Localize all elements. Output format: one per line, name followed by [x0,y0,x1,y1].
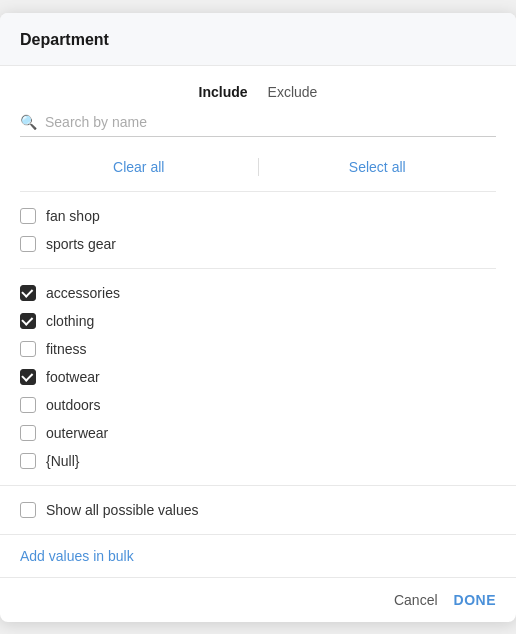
fan-shop-label: fan shop [46,208,100,224]
show-all-label: Show all possible values [46,502,199,518]
select-all-button[interactable]: Select all [259,153,497,181]
done-button[interactable]: DONE [454,592,496,608]
outdoors-checkbox[interactable] [20,397,36,413]
list-item: clothing [20,307,496,335]
list-item: {Null} [20,447,496,475]
sports-gear-label: sports gear [46,236,116,252]
accessories-checkbox[interactable] [20,285,36,301]
sports-gear-checkbox[interactable] [20,236,36,252]
show-all-checkbox[interactable] [20,502,36,518]
list-item: fan shop [20,202,496,230]
outerwear-checkbox[interactable] [20,425,36,441]
list-item: sports gear [20,230,496,258]
modal-footer: Cancel DONE [0,577,516,622]
fitness-checkbox[interactable] [20,341,36,357]
clothing-label: clothing [46,313,94,329]
include-toggle-button[interactable]: Include [195,82,252,102]
clear-all-button[interactable]: Clear all [20,153,258,181]
modal-title: Department [20,31,109,48]
search-box: 🔍 [20,114,496,137]
modal-header: Department [0,13,516,66]
accessories-label: accessories [46,285,120,301]
null-checkbox[interactable] [20,453,36,469]
include-exclude-toggle: Include Exclude [0,66,516,114]
action-row: Clear all Select all [0,149,516,191]
fan-shop-checkbox[interactable] [20,208,36,224]
cancel-button[interactable]: Cancel [394,592,438,608]
null-label: {Null} [46,453,79,469]
list-item: outdoors [20,391,496,419]
footwear-checkbox[interactable] [20,369,36,385]
fitness-label: fitness [46,341,86,357]
exclude-toggle-button[interactable]: Exclude [264,82,322,102]
list-item: fitness [20,335,496,363]
search-icon: 🔍 [20,114,37,130]
outerwear-label: outerwear [46,425,108,441]
department-filter-modal: Department Include Exclude 🔍 Clear all S… [0,13,516,622]
list-item: outerwear [20,419,496,447]
show-all-section: Show all possible values [0,485,516,535]
bulk-link-section: Add values in bulk [0,535,516,577]
footwear-label: footwear [46,369,100,385]
search-input[interactable] [45,114,496,130]
checked-list-section: accessories clothing fitness footwear ou… [0,269,516,485]
add-values-bulk-button[interactable]: Add values in bulk [20,548,134,564]
list-item: accessories [20,279,496,307]
modal-body: Include Exclude 🔍 Clear all Select all f… [0,66,516,577]
outdoors-label: outdoors [46,397,100,413]
search-row: 🔍 [0,114,516,149]
show-all-item: Show all possible values [20,496,496,524]
unchecked-list-section: fan shop sports gear [0,192,516,268]
clothing-checkbox[interactable] [20,313,36,329]
list-item: footwear [20,363,496,391]
